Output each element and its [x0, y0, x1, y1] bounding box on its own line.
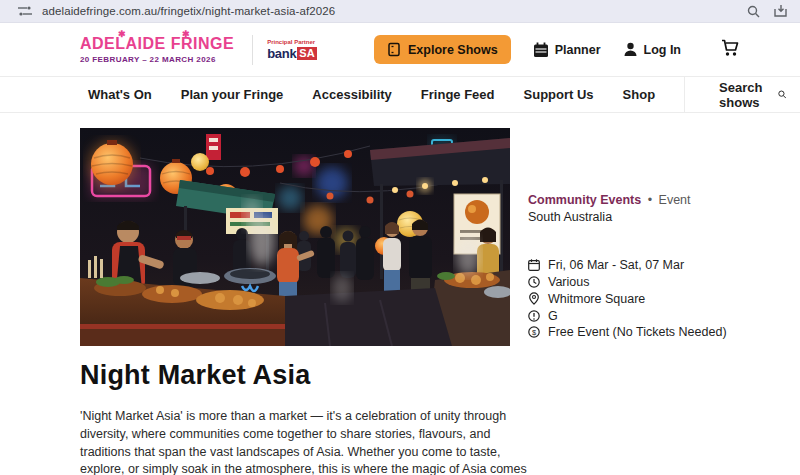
event-price-row: $ Free Event (No Tickets Needed): [528, 326, 798, 338]
ticket-icon: [387, 42, 401, 57]
adelaide-fringe-logo[interactable]: ✱ ✱ ADELAIDE FRINGE 20 FEBRUARY – 22 MAR…: [80, 36, 234, 64]
event-price: Free Event (No Tickets Needed): [548, 326, 727, 338]
logo-dates: 20 FEBRUARY – 22 MARCH 2026: [80, 55, 234, 64]
explore-shows-button[interactable]: Explore Shows: [374, 35, 511, 64]
location-pin-icon: [528, 292, 540, 305]
price-icon: $: [528, 326, 540, 338]
svg-text:$: $: [532, 328, 537, 337]
banksa-sa-badge: SA: [297, 47, 316, 60]
event-details-list: Fri, 06 Mar - Sat, 07 Mar Various: [528, 259, 798, 338]
browser-address-bar[interactable]: adelaidefringe.com.au/fringetix/night-ma…: [0, 0, 800, 23]
banksa-partner-logo: Principal Partner bank SA: [267, 39, 316, 60]
divider: [252, 35, 253, 65]
main-navigation: What's On Plan your Fringe Accessibility…: [0, 76, 800, 113]
planner-label: Planner: [555, 43, 601, 57]
nav-accessibility[interactable]: Accessibility: [312, 87, 392, 102]
clock-icon: [528, 276, 540, 288]
page: adelaidefringe.com.au/fringetix/night-ma…: [0, 0, 800, 475]
event-region: South Australia: [528, 210, 798, 224]
event-dates: Fri, 06 Mar - Sat, 07 Mar: [548, 259, 684, 271]
cart-icon[interactable]: [721, 39, 740, 60]
user-icon: [623, 42, 638, 57]
rating-icon: [528, 310, 540, 322]
nav-whats-on[interactable]: What's On: [88, 87, 152, 102]
banksa-bank-text: bank: [267, 47, 296, 60]
event-description: 'Night Market Asia' is more than a marke…: [80, 408, 538, 475]
explore-shows-label: Explore Shows: [408, 43, 498, 57]
site-settings-icon[interactable]: [18, 5, 32, 17]
nav-shop[interactable]: Shop: [623, 87, 656, 102]
logo-title: ADELAIDE FRINGE: [80, 36, 234, 52]
event-category-link[interactable]: Community Events: [528, 193, 641, 207]
search-shows-button[interactable]: Search shows: [684, 76, 786, 113]
category-separator: •: [648, 193, 652, 207]
login-button[interactable]: Log In: [623, 42, 682, 57]
calendar-icon: [528, 259, 540, 271]
nav-fringe-feed[interactable]: Fringe Feed: [421, 87, 495, 102]
event-page-content: Community Events • Event South Australia…: [0, 113, 800, 475]
event-title: Night Market Asia: [80, 360, 800, 391]
logo-star-icon: ✱: [182, 29, 190, 39]
event-rating: G: [548, 310, 558, 322]
event-time-row: Various: [528, 276, 798, 288]
site-header: ✱ ✱ ADELAIDE FRINGE 20 FEBRUARY – 22 MAR…: [0, 23, 800, 76]
nav-plan-your-fringe[interactable]: Plan your Fringe: [181, 87, 284, 102]
nav-support-us[interactable]: Support Us: [524, 87, 594, 102]
login-label: Log In: [644, 43, 682, 57]
event-type-label: Event: [659, 193, 691, 207]
url-text[interactable]: adelaidefringe.com.au/fringetix/night-ma…: [42, 5, 335, 17]
calendar-planner-icon: [533, 42, 549, 58]
event-time: Various: [548, 276, 589, 288]
event-venue: Whitmore Square: [548, 293, 645, 305]
planner-button[interactable]: Planner: [533, 42, 601, 58]
event-dates-row: Fri, 06 Mar - Sat, 07 Mar: [528, 259, 798, 271]
event-venue-row: Whitmore Square: [528, 292, 798, 305]
save-page-icon[interactable]: [774, 5, 788, 18]
search-icon: [778, 87, 787, 102]
event-rating-row: G: [528, 310, 798, 322]
search-shows-label: Search shows: [719, 80, 769, 110]
event-hero-image: [80, 128, 510, 346]
zoom-search-icon[interactable]: [747, 5, 760, 18]
partner-label: Principal Partner: [267, 39, 316, 45]
logo-star-icon: ✱: [118, 29, 126, 39]
event-summary-panel: Community Events • Event South Australia…: [528, 128, 798, 346]
